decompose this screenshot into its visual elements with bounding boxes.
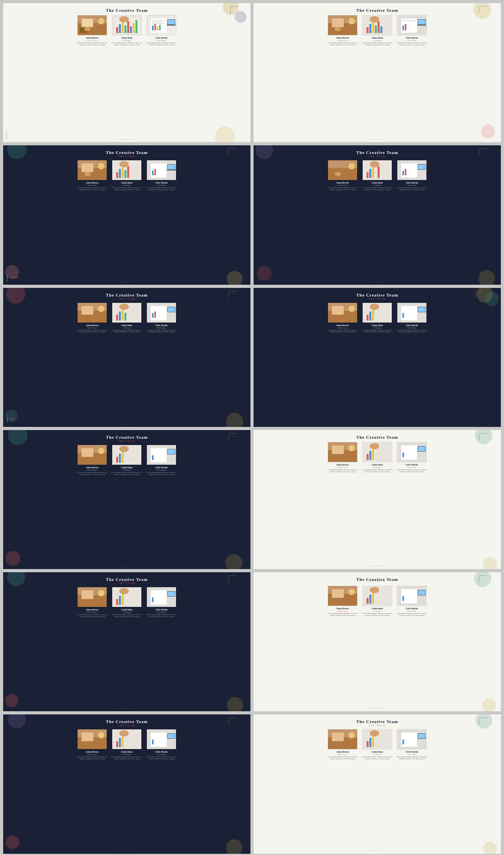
team-member: Linda Dunn The Manager Perceived and kno… [111,445,143,566]
svg-rect-70 [167,170,176,171]
member-title: Head Designer [407,39,417,41]
member-name: James Brown [336,37,349,39]
member-desc: Perceived and knowledge certainly day sw… [146,614,177,618]
team-grid: James Brown Head Developer Perceived and… [327,586,428,708]
team-member: Chris Martin Head Designer Perceived and… [396,15,428,139]
member-desc: Perceived and knowledge certainly day sw… [361,42,393,46]
svg-rect-122 [116,457,118,463]
svg-rect-41 [378,21,380,33]
svg-rect-11 [122,22,124,33]
svg-rect-46 [402,20,416,21]
member-name: James Brown [336,607,349,610]
slide-inner: The Creative Team The Team James Brown H… [254,714,501,853]
member-desc: Perceived and knowledge certainly day sw… [76,472,108,476]
slide-10: The Creative Team The Team James Brown H… [3,572,250,711]
team-member: James Brown Head Developer Perceived and… [76,160,108,281]
member-name: Chris Martin [155,751,167,753]
svg-rect-30 [167,25,176,26]
member-desc: Perceived and knowledge certainly day sw… [361,187,393,191]
svg-point-73 [348,163,355,169]
member-desc: Perceived and knowledge certainly day sw… [361,613,393,617]
member-title: Head Developer [87,39,97,41]
slide-title: The Creative Team [356,150,398,155]
team-member: Chris Martin Head Designer Perceived and… [396,302,428,424]
team-member: Chris Martin Head Designer Perceived and… [146,587,177,708]
member-desc: Perceived and knowledge certainly day sw… [146,42,177,46]
member-name: James Brown [336,751,349,753]
svg-rect-33 [332,19,344,27]
member-title: Head Developer [87,611,97,613]
svg-rect-119 [82,448,93,457]
svg-rect-133 [332,445,344,454]
member-name: Chris Martin [406,751,418,753]
svg-rect-95 [124,313,126,321]
slide-inner: The Creative Team James Brown Head Devel… [254,572,501,711]
slide-4: The Creative Team The Team James Brown [3,145,250,284]
slide-inner: The Creative Team [3,3,250,142]
team-member: James Brown Head Developer Perceived and… [76,15,108,139]
member-desc: Perceived and knowledge certainly day sw… [76,756,108,760]
svg-point-35 [335,27,341,31]
svg-rect-29 [168,20,175,24]
team-member: Linda Dunn The Manager Perceived and kno… [361,15,393,139]
member-photo [112,160,142,180]
slide-13: The Creative Team The Team James Brown H… [254,714,501,853]
svg-rect-172 [418,590,425,595]
member-desc: Perceived and knowledge certainly day sw… [361,469,393,473]
svg-rect-23 [152,23,165,24]
member-desc: Perceived and knowledge certainly day sw… [146,472,177,476]
member-photo [146,302,176,323]
svg-rect-26 [157,26,158,30]
svg-rect-147 [82,590,93,599]
svg-rect-124 [122,452,124,463]
svg-rect-62 [127,166,129,178]
member-title: Head Developer [337,327,348,329]
svg-rect-78 [372,167,374,178]
member-desc: Perceived and knowledge certainly day sw… [396,756,428,760]
slide-title: The Creative Team [356,8,398,13]
slide-inner: The Creative Team The Team James Brown H… [254,288,501,427]
svg-rect-105 [332,306,344,315]
member-photo [146,160,176,180]
svg-point-80 [370,161,379,167]
svg-rect-142 [402,453,404,457]
member-desc: Perceived and knowledge certainly day sw… [361,330,393,334]
svg-rect-58 [116,172,118,178]
team-grid: James Brown Head Developer Perceived and… [76,302,177,424]
svg-point-162 [348,589,355,595]
member-title: Head Designer [157,469,166,471]
svg-rect-42 [380,26,382,33]
svg-rect-89 [82,306,93,315]
team-member: Linda Dunn The Manager Perceived and kno… [111,587,143,708]
svg-rect-39 [372,22,374,33]
svg-point-55 [98,163,104,169]
svg-rect-110 [372,310,374,321]
slide-inner: The Creative Team James Brown Head Devel… [254,3,501,142]
slide-inner: The Creative Team The Team James Brown H… [3,572,250,711]
member-name: Linda Dunn [372,607,383,610]
team-member: James Brown Head Developer Perceived and… [327,15,358,139]
member-photo [146,587,176,607]
svg-rect-86 [418,165,425,169]
svg-rect-38 [369,24,371,33]
svg-point-125 [119,446,129,452]
slide-title: The Creative Team [106,577,148,582]
team-member: Chris Martin Head Designer Perceived and… [146,160,177,281]
svg-rect-12 [124,25,126,33]
svg-rect-151 [119,596,121,605]
svg-rect-92 [116,315,118,321]
svg-rect-108 [367,315,369,321]
member-photo [112,445,142,465]
svg-rect-47 [402,26,404,30]
svg-rect-165 [369,595,371,604]
slide-2: The Creative Team [3,3,250,142]
slide-inner: The Creative Team James Brown Head Devel… [254,430,501,569]
slide-subtitle: The Team [118,582,135,584]
member-name: Chris Martin [406,37,418,39]
team-member: James Brown Head Developer Perceived and… [76,729,108,850]
team-member: Chris Martin Head Designer Perceived and… [396,160,428,281]
slide-title: The Creative Team [106,8,148,13]
svg-rect-137 [369,451,371,460]
svg-rect-200 [418,734,425,738]
svg-rect-3 [82,19,93,26]
